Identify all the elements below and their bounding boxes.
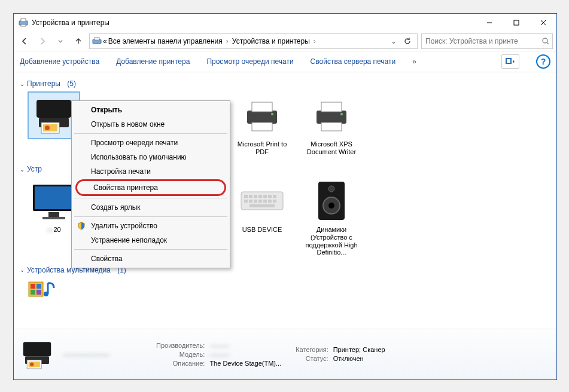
ctx-open[interactable]: Открыть <box>73 103 229 117</box>
svg-line-10 <box>547 42 549 44</box>
svg-rect-4 <box>514 20 519 25</box>
breadcrumb-ellipsis[interactable]: « <box>103 37 107 45</box>
svg-rect-30 <box>252 102 272 112</box>
devices-printers-icon <box>19 18 28 27</box>
server-props-button[interactable]: Свойства сервера печати <box>311 57 396 66</box>
ctx-set-default[interactable]: Использовать по умолчанию <box>73 150 229 164</box>
chevron-down-icon: ⌄ <box>20 81 25 87</box>
content-area: ⌄ Принтеры (5) <box>14 72 556 329</box>
svg-rect-47 <box>268 195 272 198</box>
ctx-view-queue[interactable]: Просмотр очереди печати <box>73 136 229 150</box>
svg-rect-65 <box>36 290 41 295</box>
printer-item[interactable]: Microsoft XPS Document Writer <box>302 93 361 155</box>
svg-point-9 <box>543 38 547 43</box>
value-category: Принтер; Сканер <box>333 346 389 354</box>
svg-point-17 <box>45 125 50 130</box>
group-label: Устр <box>27 165 42 173</box>
value-manufacturer: ——— <box>209 342 285 350</box>
svg-rect-42 <box>244 195 248 198</box>
svg-rect-55 <box>273 200 276 203</box>
ctx-open-new-window[interactable]: Открыть в новом окне <box>73 117 229 131</box>
value-status: Отключен <box>333 355 389 363</box>
separator <box>74 216 227 217</box>
svg-rect-39 <box>48 212 59 217</box>
search-input[interactable] <box>424 36 541 46</box>
search-box[interactable] <box>421 33 553 49</box>
breadcrumb-item-cp[interactable]: Все элементы панели управления <box>108 37 223 45</box>
search-icon[interactable] <box>541 37 550 45</box>
label-category: Категория: <box>296 346 331 354</box>
ctx-create-shortcut[interactable]: Создать ярлык <box>73 200 229 215</box>
chevron-right-icon: › <box>224 37 231 45</box>
printer-label: Microsoft XPS Document Writer <box>302 140 361 155</box>
minimize-button[interactable] <box>476 14 503 32</box>
group-count: (5) <box>67 79 76 88</box>
breadcrumb-item-devices[interactable]: Устройства и принтеры <box>232 37 310 45</box>
svg-rect-8 <box>95 38 99 40</box>
svg-rect-2 <box>21 24 26 26</box>
view-queue-button[interactable]: Просмотр очереди печати <box>206 57 293 66</box>
details-thumbnail <box>20 337 54 372</box>
forward-button[interactable] <box>35 34 50 48</box>
recent-dropdown[interactable] <box>53 34 68 48</box>
svg-rect-44 <box>254 195 257 198</box>
value-description: The Device Stage(TM)... <box>209 360 285 368</box>
help-button[interactable]: ? <box>536 54 550 69</box>
group-header-printers[interactable]: ⌄ Принтеры (5) <box>19 76 552 90</box>
chevron-down-icon: ⌄ <box>20 166 25 173</box>
details-table-left: Производитель:——— Модель:——— Описание:Th… <box>155 341 286 369</box>
control-panel-icon <box>92 36 102 46</box>
svg-rect-31 <box>252 122 272 131</box>
up-button[interactable] <box>71 34 86 48</box>
ctx-troubleshoot[interactable]: Устранение неполадок <box>73 233 229 247</box>
label-description: Описание: <box>156 360 208 368</box>
address-bar: « Все элементы панели управления › Устро… <box>14 32 556 51</box>
overflow-button[interactable]: » <box>412 57 416 66</box>
svg-rect-33 <box>317 111 346 124</box>
device-item[interactable]: Динамики (Устройство с поддержкой High D… <box>302 178 361 256</box>
svg-rect-50 <box>249 200 252 203</box>
shield-icon <box>77 222 86 230</box>
multimedia-grid <box>19 277 552 305</box>
svg-rect-48 <box>273 195 276 198</box>
svg-rect-54 <box>268 200 272 203</box>
multimedia-item[interactable] <box>25 279 60 303</box>
window-title: Устройства и принтеры <box>32 19 476 27</box>
svg-rect-64 <box>31 290 35 295</box>
svg-rect-63 <box>36 284 41 289</box>
refresh-button[interactable] <box>400 37 415 45</box>
printer-item[interactable]: Microsoft Print to PDF <box>233 93 291 155</box>
title-bar: Устройства и принтеры <box>14 14 556 32</box>
media-icon <box>28 279 57 301</box>
svg-rect-62 <box>31 284 35 289</box>
device-item[interactable]: USB DEVICE <box>233 178 291 256</box>
ctx-remove-device[interactable]: Удалить устройство <box>73 219 229 233</box>
svg-rect-52 <box>258 200 262 203</box>
breadcrumb-dropdown[interactable]: ⌄ <box>388 37 399 45</box>
ctx-print-setup[interactable]: Настройка печати <box>73 164 229 179</box>
add-device-button[interactable]: Добавление устройства <box>20 57 99 66</box>
command-bar: Добавление устройства Добавление принтер… <box>14 51 556 72</box>
svg-point-59 <box>328 203 334 209</box>
maximize-button[interactable] <box>503 14 530 32</box>
view-options-button[interactable] <box>501 54 519 69</box>
ctx-printer-props[interactable]: Свойства принтера <box>75 179 226 196</box>
svg-rect-38 <box>35 186 73 209</box>
back-button[interactable] <box>17 34 32 48</box>
svg-rect-53 <box>263 200 267 203</box>
svg-rect-49 <box>244 200 248 203</box>
breadcrumb[interactable]: « Все элементы панели управления › Устро… <box>89 33 418 49</box>
label-model: Модель: <box>156 351 208 359</box>
svg-point-66 <box>44 292 48 296</box>
group-label: Принтеры <box>27 79 60 88</box>
printer-icon <box>306 93 357 138</box>
svg-rect-35 <box>321 122 342 131</box>
close-button[interactable] <box>530 14 556 32</box>
add-printer-button[interactable]: Добавление принтера <box>116 57 190 66</box>
svg-point-60 <box>328 186 334 192</box>
svg-rect-43 <box>249 195 252 198</box>
value-model: ——— <box>209 351 285 359</box>
svg-point-32 <box>271 113 273 115</box>
separator <box>74 249 227 250</box>
ctx-properties[interactable]: Свойства <box>73 252 229 266</box>
